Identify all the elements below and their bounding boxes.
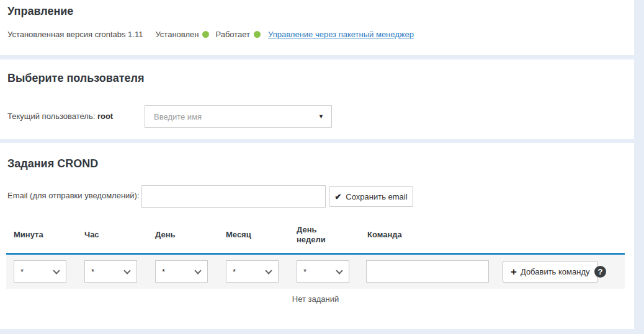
- hour-select[interactable]: *: [84, 260, 137, 283]
- installed-version-text: Установленная версия crontabs 1.11: [7, 30, 143, 39]
- select-user-section: Выберите пользователя Текущий пользовате…: [0, 59, 634, 139]
- select-user-title: Выберите пользователя: [7, 72, 144, 85]
- minute-select[interactable]: *: [14, 260, 66, 283]
- day-select[interactable]: *: [155, 260, 208, 283]
- column-header-weekday: День недели: [283, 225, 354, 245]
- running-status-label: Работает: [215, 30, 250, 39]
- plus-icon: +: [511, 266, 517, 278]
- email-input[interactable]: [141, 185, 326, 208]
- check-icon: ✔: [334, 192, 341, 201]
- user-select-placeholder: Введите имя: [154, 112, 202, 121]
- status-green-dot-icon: [202, 31, 209, 38]
- chevron-down-icon: [123, 267, 130, 274]
- chevron-down-icon: [194, 267, 201, 274]
- crond-tasks-section: Задания CROND Email (для отправки уведом…: [0, 143, 634, 329]
- crond-tasks-title: Задания CROND: [7, 157, 98, 170]
- chevron-down-icon: [336, 267, 342, 274]
- help-icon[interactable]: ?: [594, 266, 606, 278]
- command-input[interactable]: [366, 260, 489, 283]
- month-select[interactable]: *: [226, 260, 279, 283]
- column-header-day: День: [141, 230, 212, 240]
- management-section: Управление Установленная версия crontabs…: [0, 0, 634, 55]
- installed-status: Установлен: [155, 30, 209, 39]
- installed-status-label: Установлен: [155, 30, 199, 39]
- no-tasks-text: Нет заданий: [6, 294, 625, 304]
- weekday-select[interactable]: *: [297, 260, 349, 283]
- add-command-button[interactable]: + Добавить команду: [503, 261, 598, 283]
- current-user-value: root: [97, 112, 113, 121]
- new-task-row: * * * * * + Добавить команду ?: [6, 253, 625, 289]
- status-green-dot-icon: [254, 31, 261, 38]
- column-header-command: Команда: [354, 230, 424, 240]
- save-email-button[interactable]: ✔ Сохранить email: [329, 186, 413, 207]
- management-title: Управление: [7, 5, 73, 18]
- column-header-hour: Час: [71, 230, 141, 240]
- cron-table-header: Минута Час День Месяц День недели Команд…: [0, 222, 625, 247]
- column-header-month: Месяц: [212, 230, 283, 240]
- column-header-minute: Минута: [0, 230, 71, 240]
- package-manager-link[interactable]: Управление через пакетный менеджер: [268, 30, 414, 39]
- caret-down-icon: ▼: [318, 114, 324, 120]
- email-label: Email (для отправки уведомлений):: [7, 191, 140, 200]
- user-select[interactable]: Введите имя ▼: [145, 105, 332, 128]
- management-info-row: Установленная версия crontabs 1.11 Устан…: [7, 30, 414, 39]
- chevron-down-icon: [265, 267, 272, 274]
- chevron-down-icon: [53, 267, 60, 274]
- current-user-label: Текущий пользователь: root: [7, 112, 113, 121]
- running-status: Работает: [215, 30, 261, 39]
